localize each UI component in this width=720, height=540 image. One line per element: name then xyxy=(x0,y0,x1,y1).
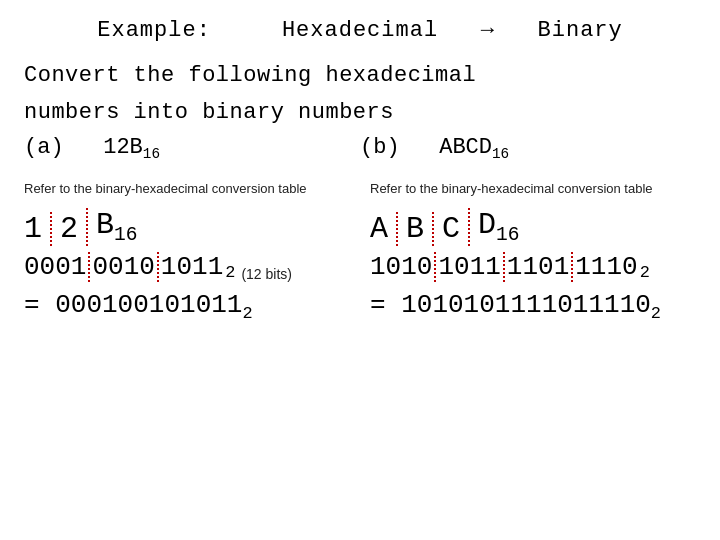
problem-b-sub: 16 xyxy=(492,146,509,162)
left-hex-sub: 16 xyxy=(114,224,137,246)
left-bits-label: (12 bits) xyxy=(241,266,292,282)
left-equals-value: = 000100101011 xyxy=(24,290,242,320)
left-equals-sub: 2 xyxy=(242,304,252,323)
problem-a: (a) 12B16 xyxy=(24,135,360,162)
problem-b-label: (b) xyxy=(360,135,400,160)
right-hex-row: A B C D16 xyxy=(370,208,696,246)
right-hex-2: B xyxy=(396,212,432,246)
left-bin-3: 1011 xyxy=(157,252,225,282)
right-equals-value: = 1010101111011110 xyxy=(370,290,651,320)
left-hex-digit-1: 1 xyxy=(24,212,42,246)
right-bin-row: 1010 1011 1101 1110 2 xyxy=(370,252,696,282)
right-hex-1: A xyxy=(370,212,396,246)
problem-b-value: ABCD xyxy=(439,135,492,160)
page: Example: Hexadecimal → Binary Convert th… xyxy=(0,0,720,540)
left-hex-3: B16 xyxy=(86,208,145,246)
right-bin-3: 1101 xyxy=(503,252,571,282)
right-hex-4: D16 xyxy=(468,208,527,246)
title-suffix: Binary xyxy=(538,18,623,43)
left-bin-row: 0001 0010 1011 2 (12 bits) xyxy=(24,252,350,282)
right-bin-1: 1010 xyxy=(370,252,434,282)
left-bin-2: 0010 xyxy=(88,252,156,282)
title-arrow: → xyxy=(481,18,495,43)
left-bin-1: 0001 xyxy=(24,252,88,282)
title-middle: Hexadecimal xyxy=(282,18,438,43)
problem-b: (b) ABCD16 xyxy=(360,135,696,162)
right-equals: = 10101011110111102 xyxy=(370,290,696,323)
right-bin-sub: 2 xyxy=(640,263,650,282)
left-column: Refer to the binary-hexadecimal conversi… xyxy=(24,180,360,323)
intro-line2: numbers into binary numbers xyxy=(24,98,696,129)
problem-a-label: (a) xyxy=(24,135,64,160)
right-equals-sub: 2 xyxy=(651,304,661,323)
problem-a-value: 12B xyxy=(103,135,143,160)
problem-a-sub: 16 xyxy=(143,146,160,162)
right-bin-4: 1110 xyxy=(571,252,639,282)
title-line: Example: Hexadecimal → Binary xyxy=(24,18,696,43)
left-hex-digit-2: 2 xyxy=(60,212,78,246)
right-bin-2: 1011 xyxy=(434,252,502,282)
left-hex-row: 1 2 B16 xyxy=(24,208,350,246)
left-hex-2: 2 xyxy=(50,212,86,246)
left-bin-sub: 2 xyxy=(225,263,235,282)
right-hex-sub: 16 xyxy=(496,224,519,246)
left-hex-1: 1 xyxy=(24,212,50,246)
left-equals: = 0001001010112 xyxy=(24,290,350,323)
columns: Refer to the binary-hexadecimal conversi… xyxy=(24,180,696,323)
left-refer: Refer to the binary-hexadecimal conversi… xyxy=(24,180,350,198)
right-refer: Refer to the binary-hexadecimal conversi… xyxy=(370,180,696,198)
left-hex-digit-3: B xyxy=(96,208,114,242)
right-column: Refer to the binary-hexadecimal conversi… xyxy=(360,180,696,323)
right-hex-3: C xyxy=(432,212,468,246)
title-prefix: Example: xyxy=(97,18,211,43)
problems-line: (a) 12B16 (b) ABCD16 xyxy=(24,135,696,162)
intro-line1: Convert the following hexadecimal xyxy=(24,61,696,92)
